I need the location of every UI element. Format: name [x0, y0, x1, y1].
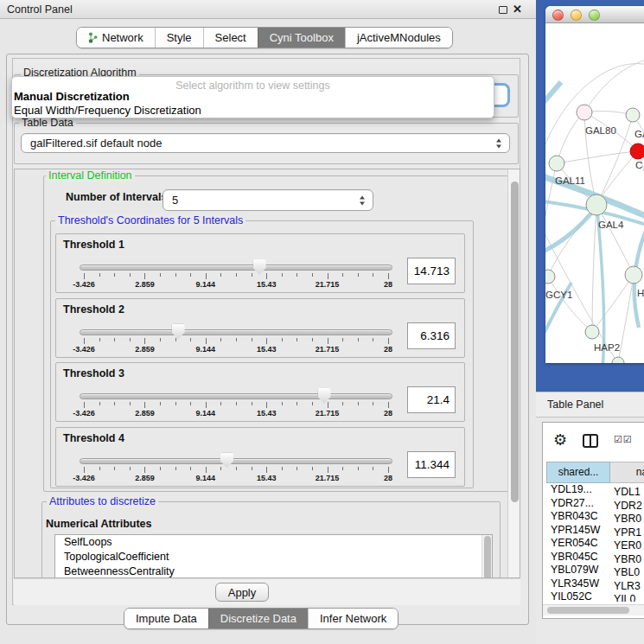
threshold-title: Threshold 1: [63, 239, 124, 251]
network-node[interactable]: [612, 357, 624, 363]
network-edge: [618, 275, 634, 363]
tick-mark: [296, 402, 297, 405]
threshold-slider[interactable]: -3.4262.8599.14415.4321.71528: [80, 454, 392, 485]
dropdown-option[interactable]: Equal Width/Frequency Discretization: [12, 104, 494, 118]
tick-mark: [130, 467, 131, 470]
network-edge: [597, 210, 604, 363]
tick-mark: [296, 338, 297, 341]
apply-button[interactable]: Apply: [215, 583, 269, 602]
network-node[interactable]: [585, 325, 599, 339]
tab-style[interactable]: Style: [155, 28, 203, 48]
slider-thumb[interactable]: [220, 453, 233, 469]
tick-label: 9.144: [196, 409, 216, 418]
tick-mark: [220, 338, 221, 341]
node-label: GA: [634, 129, 644, 139]
threshold-value-field[interactable]: 11.344: [407, 451, 456, 478]
tick-mark: [358, 338, 359, 341]
network-node[interactable]: [586, 194, 607, 215]
tab-discretize-data[interactable]: Discretize Data: [208, 609, 308, 628]
slider-thumb[interactable]: [318, 388, 331, 404]
close-icon[interactable]: ✕: [513, 3, 522, 16]
settings-vertical-scrollbar[interactable]: [507, 169, 520, 577]
slider-track[interactable]: [80, 265, 392, 271]
table-row[interactable]: YPR145WYPR1: [546, 524, 644, 538]
slider-track[interactable]: [80, 329, 392, 335]
list-item[interactable]: SelfLoops: [55, 535, 492, 550]
tick-mark: [282, 338, 283, 341]
network-node[interactable]: [545, 270, 555, 284]
threshold-value-field[interactable]: 6.316: [407, 322, 456, 349]
slider-track[interactable]: [80, 458, 392, 464]
discretize-options-panel: Discretization Algorithm Table Data galF…: [12, 58, 520, 605]
threshold-value-field[interactable]: 21.4: [407, 386, 456, 413]
table-row[interactable]: YLR345WYLR3: [546, 577, 644, 591]
table-row[interactable]: YDR27...YDR2: [546, 497, 644, 511]
network-edge: [545, 207, 596, 253]
list-item[interactable]: BetweennessCentrality: [55, 564, 492, 578]
tab-label: Discretize Data: [220, 609, 296, 628]
tick-mark: [388, 338, 389, 344]
numerical-attributes-label: Numerical Attributes: [46, 518, 151, 530]
network-node[interactable]: [625, 266, 642, 284]
tick-mark: [144, 338, 145, 344]
tick-label: -3.426: [73, 280, 95, 289]
cell-name: YER0: [610, 539, 641, 552]
tab-infer-network[interactable]: Infer Network: [308, 609, 398, 628]
table-data-group-title: Table Data: [19, 117, 76, 129]
list-item[interactable]: TopologicalCoefficient: [55, 550, 492, 564]
float-icon[interactable]: [499, 6, 507, 14]
table-row[interactable]: YER054CYER0: [546, 537, 644, 551]
table-toolbar: ⚙ ☑☑: [543, 423, 644, 459]
table-row[interactable]: YBR043CYBR0: [546, 510, 644, 524]
network-node[interactable]: [626, 108, 640, 122]
top-tab-bar: NetworkStyleSelectCyni ToolboxjActiveMNo…: [0, 19, 536, 54]
tab-cyni-toolbox[interactable]: Cyni Toolbox: [258, 28, 345, 48]
close-traffic-icon[interactable]: [552, 10, 564, 21]
network-node[interactable]: [549, 156, 564, 171]
tab-jactivemnodules[interactable]: jActiveMNodules: [345, 28, 452, 48]
gear-icon[interactable]: ⚙: [553, 430, 567, 450]
table-row[interactable]: YDL19...YDL1: [546, 483, 644, 497]
tick-label: 15.43: [257, 345, 277, 354]
slider-thumb[interactable]: [172, 324, 185, 340]
tick-mark: [160, 467, 161, 470]
table-rows: YDL19...YDL1YDR27...YDR2YBR043CYBR0YPR14…: [546, 483, 644, 602]
tick-label: 2.859: [135, 474, 155, 482]
tick-label: 2.859: [135, 409, 155, 418]
attributes-scrollbar[interactable]: [481, 535, 492, 578]
columns-icon[interactable]: [583, 434, 598, 448]
tab-select[interactable]: Select: [203, 28, 258, 48]
tick-label: 21.715: [316, 345, 340, 354]
table-header-row: shared...na: [546, 462, 644, 483]
table-data-combobox[interactable]: galFiltered.sif default node: [21, 133, 510, 153]
threshold-slider[interactable]: -3.4262.8599.14415.4321.71528: [80, 325, 392, 356]
dropdown-option[interactable]: Manual Discretization: [12, 90, 494, 104]
minimize-traffic-icon[interactable]: [571, 10, 582, 21]
num-intervals-spinner[interactable]: 5: [163, 189, 373, 211]
slider-track[interactable]: [80, 393, 392, 399]
threshold-slider[interactable]: -3.4262.8599.14415.4321.71528: [80, 389, 392, 420]
threshold-slider[interactable]: -3.4262.8599.14415.4321.71528: [80, 260, 392, 291]
network-node[interactable]: [577, 105, 592, 120]
checkbox-icon[interactable]: ☑☑: [614, 434, 633, 445]
threshold-box: Threshold 4-3.4262.8599.14415.4321.71528…: [55, 427, 465, 487]
tick-mark: [160, 338, 161, 341]
threshold-value-field[interactable]: 14.713: [407, 258, 456, 284]
network-window-titlebar: [545, 6, 644, 23]
table-horizontal-scrollbar[interactable]: [543, 604, 644, 615]
table-row[interactable]: YIL052CYIL0: [546, 590, 644, 602]
table-row[interactable]: YBL079WYBL0: [546, 564, 644, 577]
network-node[interactable]: [630, 143, 644, 159]
dropdown-prompt-item[interactable]: Select algorithm to view settings: [12, 77, 494, 90]
zoom-traffic-icon[interactable]: [589, 10, 600, 21]
table-row[interactable]: YBR045CYBR0: [546, 551, 644, 564]
column-header[interactable]: shared...: [546, 462, 610, 483]
column-header[interactable]: na: [610, 462, 644, 483]
tab-network[interactable]: Network: [77, 28, 155, 48]
tick-mark: [358, 402, 359, 405]
network-canvas[interactable]: GAL80GACGAL11GAL4GCY1HHAP2: [545, 23, 644, 363]
numerical-attributes-list[interactable]: SelfLoopsTopologicalCoefficientBetweenne…: [54, 534, 493, 578]
tab-label: Network: [102, 28, 143, 48]
tab-impute-data[interactable]: Impute Data: [124, 609, 208, 628]
slider-thumb[interactable]: [253, 259, 266, 275]
